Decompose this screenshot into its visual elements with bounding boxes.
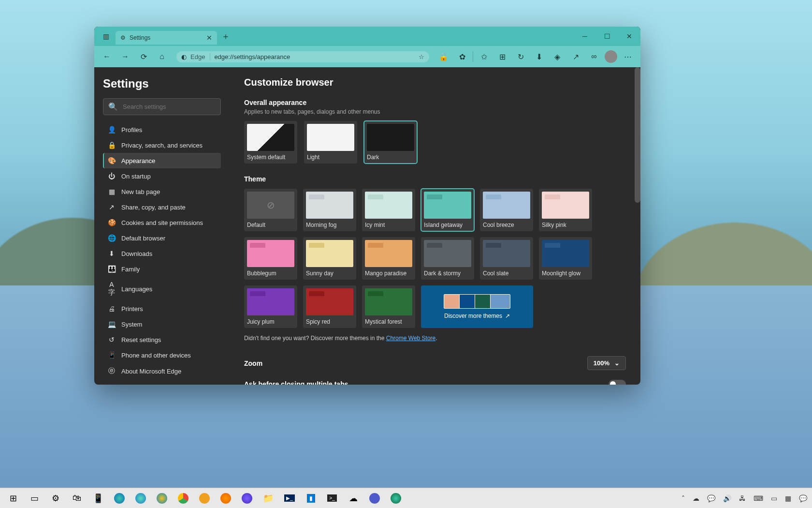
theme-hint: Didn't find one you want? Discover more … <box>244 335 626 342</box>
store-icon[interactable]: 🛍 <box>67 488 87 508</box>
onedrive-icon[interactable]: ☁ <box>343 488 363 508</box>
close-window-button[interactable]: ✕ <box>618 27 640 46</box>
share-icon[interactable]: ↗ <box>568 49 583 64</box>
chrome-canary-icon[interactable] <box>194 488 215 508</box>
keyboard-tray-icon[interactable]: ⌨ <box>752 494 765 502</box>
onedrive-tray-icon[interactable]: ☁ <box>691 494 701 502</box>
action-center-icon[interactable]: 💬 <box>797 494 809 502</box>
theme-juicy-plum[interactable]: Juicy plum <box>244 285 297 328</box>
sidebar-item-printers[interactable]: 🖨Printers <box>103 301 221 316</box>
profile-avatar[interactable] <box>605 50 617 63</box>
theme-morning-fog[interactable]: Morning fog <box>303 189 356 231</box>
sidebar-item-new-tab-page[interactable]: ▦New tab page <box>103 184 221 199</box>
zoom-row: Zoom 100% ⌄ <box>244 351 626 375</box>
search-input[interactable] <box>123 103 216 110</box>
network-icon[interactable]: 🖧 <box>737 494 748 502</box>
sidebar-item-languages[interactable]: A字Languages <box>103 277 221 301</box>
terminal-icon[interactable]: >_ <box>322 488 342 508</box>
sidebar-item-privacy-search-and-services[interactable]: 🔒Privacy, search, and services <box>103 137 221 153</box>
favorites-icon[interactable]: ✩ <box>476 49 492 64</box>
sidebar-item-appearance[interactable]: 🎨Appearance <box>103 153 221 168</box>
sidebar-item-about-microsoft-edge[interactable]: ⓔAbout Microsoft Edge <box>103 363 221 379</box>
chrome-icon[interactable] <box>173 488 193 508</box>
edge-dev-icon[interactable] <box>386 488 406 508</box>
theme-icy-mint[interactable]: Icy mint <box>362 189 415 231</box>
history-icon[interactable]: ↻ <box>513 49 528 64</box>
ime-icon[interactable]: ▦ <box>783 494 793 502</box>
zoom-select[interactable]: 100% ⌄ <box>587 356 626 370</box>
theme-default[interactable]: ⊘Default <box>244 189 297 231</box>
collections-icon[interactable]: ⊞ <box>494 49 510 64</box>
vertical-tabs-icon[interactable]: ▥ <box>98 29 114 44</box>
theme-silky-pink[interactable]: Silky pink <box>539 189 592 231</box>
theme-bubblegum[interactable]: Bubblegum <box>244 237 297 280</box>
zoom-label: Zoom <box>244 359 262 367</box>
minimize-button[interactable]: ─ <box>574 27 596 46</box>
back-button[interactable]: ← <box>99 49 115 64</box>
settings-task-icon[interactable]: ⚙ <box>45 488 66 508</box>
input-tray-icon[interactable]: ▭ <box>769 494 779 502</box>
sidebar-item-family[interactable]: 👪Family <box>103 261 221 277</box>
scrollbar[interactable] <box>635 67 640 203</box>
sidebar-item-phone-and-other-devices[interactable]: 📱Phone and other devices <box>103 347 221 363</box>
edge-beta-icon[interactable] <box>130 488 151 508</box>
home-button[interactable]: ⌂ <box>154 49 170 64</box>
forward-button[interactable]: → <box>117 49 133 64</box>
theme-cool-slate[interactable]: Cool slate <box>480 237 533 280</box>
ask-close-toggle[interactable] <box>609 380 626 385</box>
appearance-option-system-default[interactable]: System default <box>244 121 297 164</box>
edge-icon[interactable] <box>109 488 130 508</box>
sidebar-item-default-browser[interactable]: 🌐Default browser <box>103 230 221 246</box>
explorer-icon[interactable]: 📁 <box>258 488 278 508</box>
theme-sunny-day[interactable]: Sunny day <box>303 237 356 280</box>
teams-icon[interactable] <box>364 488 385 508</box>
extensions-icon[interactable]: ✿ <box>454 49 470 64</box>
chat-tray-icon[interactable]: 💬 <box>705 494 717 502</box>
refresh-button[interactable]: ⟳ <box>136 49 151 64</box>
gear-icon: ⚙ <box>120 34 126 41</box>
menu-icon[interactable]: ⋯ <box>620 49 636 64</box>
overall-appearance-sub: Applies to new tabs, pages, dialogs and … <box>244 108 626 115</box>
downloads-icon[interactable]: ⬇ <box>531 49 547 64</box>
appearance-option-dark[interactable]: Dark <box>364 121 417 164</box>
theme-dark-stormy[interactable]: Dark & stormy <box>421 237 474 280</box>
volume-icon[interactable]: 🔊 <box>721 494 733 502</box>
start-button[interactable]: ⊞ <box>3 488 23 508</box>
new-tab-button[interactable]: ＋ <box>219 30 232 43</box>
appearance-option-light[interactable]: Light <box>304 121 357 164</box>
address-bar[interactable]: ◐ Edge edge://settings/appearance ☆ <box>176 51 429 62</box>
chrome-web-store-link[interactable]: Chrome Web Store <box>386 335 436 342</box>
sidebar-item-downloads[interactable]: ⬇Downloads <box>103 246 221 261</box>
coupon-icon[interactable]: ◈ <box>550 49 565 64</box>
close-tab-icon[interactable]: ✕ <box>206 34 212 42</box>
game-icon[interactable]: ∞ <box>586 49 602 64</box>
maximize-button[interactable]: ☐ <box>596 27 618 46</box>
settings-main: Customize browser Overall appearance App… <box>230 67 640 385</box>
firefox-icon[interactable] <box>216 488 236 508</box>
theme-mango-paradise[interactable]: Mango paradise <box>362 237 415 280</box>
ask-before-close-row: Ask before closing multiple tabs <box>244 375 626 385</box>
edge-canary-icon[interactable] <box>152 488 172 508</box>
theme-spicy-red[interactable]: Spicy red <box>303 285 356 328</box>
sidebar-item-cookies-and-site-permissions[interactable]: 🍪Cookies and site permissions <box>103 215 221 230</box>
phone-icon[interactable]: 📱 <box>88 488 108 508</box>
lock-icon[interactable]: 🔒 <box>436 49 451 64</box>
tray-chevron-icon[interactable]: ˄ <box>680 494 687 502</box>
favorite-icon[interactable]: ☆ <box>419 53 424 60</box>
sidebar-item-reset-settings[interactable]: ↺Reset settings <box>103 332 221 347</box>
sidebar-item-profiles[interactable]: 👤Profiles <box>103 122 221 137</box>
sidebar-item-share-copy-and-paste[interactable]: ↗Share, copy, and paste <box>103 199 221 215</box>
vscode-icon[interactable]: ▮ <box>301 488 321 508</box>
theme-island-getaway[interactable]: Island getaway <box>421 189 474 231</box>
browser-tab[interactable]: ⚙ Settings ✕ <box>116 31 217 45</box>
search-settings[interactable]: 🔍 <box>103 98 221 115</box>
sidebar-item-on-startup[interactable]: ⏻On startup <box>103 168 221 184</box>
theme-cool-breeze[interactable]: Cool breeze <box>480 189 533 231</box>
firefox-dev-icon[interactable] <box>237 488 257 508</box>
sidebar-item-system[interactable]: 💻System <box>103 316 221 332</box>
discover-more-themes[interactable]: Discover more themes↗ <box>421 285 533 328</box>
task-view-icon[interactable]: ▭ <box>24 488 44 508</box>
theme-mystical-forest[interactable]: Mystical forest <box>362 285 415 328</box>
powershell-icon[interactable]: ▶_ <box>279 488 300 508</box>
theme-moonlight-glow[interactable]: Moonlight glow <box>539 237 592 280</box>
